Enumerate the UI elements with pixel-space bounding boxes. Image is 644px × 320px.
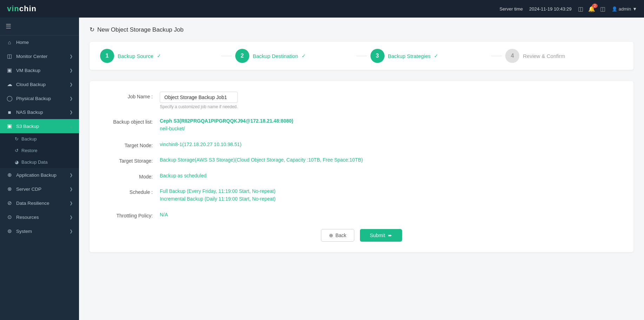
chevron-right-icon: ❯ (70, 173, 73, 177)
application-backup-icon: ⊕ (6, 172, 13, 178)
mode-label: Mode: (104, 172, 160, 179)
sidebar-item-label: Monitor Center (16, 54, 47, 59)
step-backup-destination: 2 Backup Destination ✓ (235, 49, 353, 63)
step-divider-1 (221, 56, 232, 56)
server-cdp-icon: ⊗ (6, 186, 13, 192)
chevron-right-icon: ❯ (70, 54, 73, 59)
sidebar-item-label: S3 Backup (16, 124, 39, 129)
target-node-value: vinchin8-1(172.18.20.27 10.10.98.51) (160, 141, 619, 148)
restore-sub-icon: ↺ (15, 148, 19, 153)
step-1-circle: 1 (100, 49, 114, 63)
sidebar-toggle[interactable]: ☰ (0, 18, 79, 35)
sidebar-item-label: System (16, 229, 32, 234)
step-3-number: 3 (376, 53, 379, 59)
data-resilience-icon: ⊘ (6, 200, 13, 206)
sidebar-item-label: Data Resilience (16, 201, 50, 206)
schedule-label: Schedule : (104, 187, 160, 195)
job-name-label: Job Name : (104, 92, 160, 99)
step-divider-2 (356, 56, 367, 56)
sidebar-item-nas-backup[interactable]: ■ NAS Backup ❯ (0, 105, 79, 119)
step-3-circle: 3 (370, 49, 385, 63)
back-button[interactable]: ⊕ Back (321, 229, 354, 242)
topbar-icons: ◫ 🔔 2 ◫ (578, 6, 605, 12)
monitor-icon[interactable]: ◫ (600, 6, 605, 12)
chevron-right-icon: ❯ (70, 110, 73, 115)
sidebar-item-vm-backup[interactable]: ▣ VM Backup ❯ (0, 63, 79, 77)
admin-icon: 👤 (612, 6, 617, 12)
job-name-hint: Specify a customized job name if needed. (160, 104, 238, 109)
step-backup-source: 1 Backup Source ✓ (100, 49, 218, 63)
messages-icon[interactable]: ◫ (578, 6, 583, 12)
backup-sub-icon: ↻ (15, 136, 19, 142)
step-3-check: ✓ (434, 53, 438, 59)
form-card: Job Name : Specify a customized job name… (90, 81, 633, 252)
admin-label: admin (619, 6, 631, 12)
submit-arrow-icon: ➨ (388, 233, 392, 238)
sidebar-item-s3-backup[interactable]: ▣ S3 Backup ⌄ (0, 119, 79, 133)
job-name-input[interactable] (160, 92, 238, 103)
step-4-label: Review & Confirm (523, 53, 565, 59)
throttling-value: N/A (160, 211, 619, 218)
back-circle-icon: ⊕ (329, 233, 333, 238)
step-1-number: 1 (106, 53, 109, 59)
target-node-row: Target Node: vinchin8-1(172.18.20.27 10.… (104, 141, 619, 148)
sidebar-item-system[interactable]: ⊚ System ❯ (0, 224, 79, 238)
s3-backup-icon: ▣ (6, 123, 13, 129)
step-4-circle: 4 (505, 49, 519, 63)
sidebar-item-data-resilience[interactable]: ⊘ Data Resilience ❯ (0, 196, 79, 210)
s3-backup-submenu: ↻ Backup ↺ Restore ◕ Backup Data (0, 133, 79, 168)
sidebar-item-label: VM Backup (16, 68, 40, 73)
step-2-check: ✓ (302, 53, 306, 59)
sidebar-item-home[interactable]: ⌂ Home (0, 35, 79, 49)
job-name-field-block: Specify a customized job name if needed. (160, 92, 238, 109)
sidebar-item-cloud-backup[interactable]: ☁ Cloud Backup ❯ (0, 77, 79, 91)
vm-backup-icon: ▣ (6, 67, 13, 73)
sidebar-item-label: Home (16, 40, 29, 45)
schedule-line1: Full Backup (Every Friday, 11:19:00 Star… (160, 187, 276, 195)
nas-backup-icon: ■ (6, 109, 13, 115)
target-node-label: Target Node: (104, 141, 160, 148)
logo: vinchin (7, 4, 37, 13)
monitor-center-icon: ◫ (6, 53, 13, 59)
backup-object-label: Backup object list: (104, 117, 160, 125)
chevron-right-icon: ❯ (70, 96, 73, 101)
resources-icon: ⊙ (6, 214, 13, 220)
step-backup-strategies: 3 Backup Strategies ✓ (370, 49, 488, 63)
sidebar-sub-item-backup[interactable]: ↻ Backup (0, 133, 79, 145)
logo-chin: chin (19, 4, 37, 13)
schedule-line2: Incremental Backup (Daily 11:19:00 Start… (160, 195, 276, 203)
topbar-right: Server time 2024-11-19 10:43:29 ◫ 🔔 2 ◫ … (500, 6, 637, 12)
button-row: ⊕ Back Submit ➨ (104, 229, 619, 242)
chevron-right-icon: ❯ (70, 201, 73, 205)
notifications-icon[interactable]: 🔔 2 (588, 6, 595, 12)
step-2-label: Backup Destination (253, 53, 298, 59)
sidebar-item-label: Physical Backup (16, 96, 51, 101)
page-title: ↻ New Object Storage Backup Job (90, 26, 633, 33)
step-1-check: ✓ (157, 53, 161, 59)
main-layout: ☰ ⌂ Home ◫ Monitor Center ❯ ▣ VM Backup … (0, 18, 644, 320)
schedule-value-block: Full Backup (Every Friday, 11:19:00 Star… (160, 187, 276, 203)
sidebar: ☰ ⌂ Home ◫ Monitor Center ❯ ▣ VM Backup … (0, 18, 79, 320)
main-content: ↻ New Object Storage Backup Job 1 Backup… (79, 18, 644, 320)
sidebar-sub-item-label: Backup (21, 136, 37, 142)
backup-object-value-block: Ceph S3(R82PRGQA1PIPGRQQKJ94@172.18.21.4… (160, 117, 293, 133)
chevron-right-icon: ❯ (70, 68, 73, 73)
sidebar-item-application-backup[interactable]: ⊕ Application Backup ❯ (0, 168, 79, 182)
sidebar-sub-item-restore[interactable]: ↺ Restore (0, 145, 79, 156)
cloud-backup-icon: ☁ (6, 81, 13, 87)
sidebar-item-monitor-center[interactable]: ◫ Monitor Center ❯ (0, 49, 79, 63)
sidebar-item-resources[interactable]: ⊙ Resources ❯ (0, 210, 79, 224)
backup-data-sub-icon: ◕ (15, 159, 19, 165)
sidebar-item-label: Application Backup (16, 172, 57, 178)
job-name-row: Job Name : Specify a customized job name… (104, 92, 619, 109)
sidebar-sub-item-label: Backup Data (21, 159, 47, 165)
mode-row: Mode: Backup as scheduled (104, 172, 619, 179)
submit-button[interactable]: Submit ➨ (360, 229, 402, 242)
sidebar-item-physical-backup[interactable]: ◯ Physical Backup ❯ (0, 91, 79, 105)
sidebar-item-label: Cloud Backup (16, 82, 46, 87)
sidebar-item-server-cdp[interactable]: ⊗ Server CDP ❯ (0, 182, 79, 196)
mode-value: Backup as scheduled (160, 172, 619, 179)
step-1-label: Backup Source (118, 53, 153, 59)
admin-menu[interactable]: 👤 admin ▼ (612, 6, 637, 12)
sidebar-sub-item-backup-data[interactable]: ◕ Backup Data (0, 156, 79, 168)
